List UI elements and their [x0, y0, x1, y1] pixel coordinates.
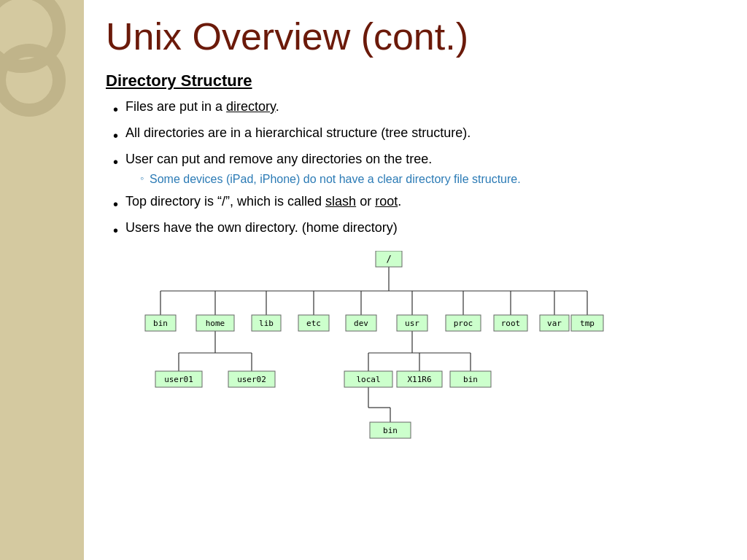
svg-text:bin: bin — [153, 319, 168, 328]
bullet-dot: • — [113, 125, 118, 146]
svg-text:root: root — [501, 319, 521, 328]
bullet-dot: • — [113, 220, 118, 241]
underline-slash: slash — [325, 194, 356, 209]
bullet-item-2: • All directories are in a hierarchical … — [113, 124, 718, 146]
svg-text:local: local — [356, 375, 380, 384]
svg-text:home: home — [206, 319, 225, 328]
svg-text:usr: usr — [405, 319, 419, 328]
sub-bullet-list: ◦ Some devices (iPad, iPhone) do not hav… — [140, 171, 718, 187]
tree-diagram: / bin home lib etc dev usr proc — [106, 251, 660, 448]
svg-text:bin: bin — [463, 375, 478, 384]
svg-text:/: / — [386, 254, 391, 264]
section-title: Directory Structure — [106, 71, 718, 90]
underline-directory: directory — [226, 99, 276, 114]
bullet-text-5: Users have the own directory. (home dire… — [125, 219, 718, 237]
svg-text:etc: etc — [306, 319, 321, 328]
svg-text:X11R6: X11R6 — [407, 375, 431, 384]
bullet-list: • Files are put in a directory. • All di… — [113, 98, 718, 241]
bullet-dot: • — [113, 99, 118, 120]
sub-bullet-dot: ◦ — [140, 171, 144, 186]
bullet-text-2: All directories are in a hierarchical st… — [125, 124, 718, 142]
bullet-item-5: • Users have the own directory. (home di… — [113, 219, 718, 241]
page-title: Unix Overview (cont.) — [106, 15, 718, 58]
bullet-text-1: Files are put in a directory. — [125, 98, 718, 116]
bullet-item-3: • User can put and remove any directorie… — [113, 150, 718, 188]
underline-root: root — [375, 194, 398, 209]
main-content: Unix Overview (cont.) Directory Structur… — [84, 0, 747, 560]
tree-svg: / bin home lib etc dev usr proc — [106, 251, 660, 448]
bullet-dot: • — [113, 194, 118, 214]
svg-text:user01: user01 — [164, 375, 193, 384]
svg-text:proc: proc — [454, 319, 473, 328]
sub-bullet-text-1: Some devices (iPad, iPhone) do not have … — [150, 171, 521, 187]
svg-text:bin: bin — [383, 426, 398, 435]
decorative-circle-2 — [0, 44, 66, 117]
bullet-item-1: • Files are put in a directory. — [113, 98, 718, 120]
svg-text:lib: lib — [259, 319, 274, 328]
svg-text:var: var — [547, 319, 562, 328]
sub-bullet-item-1: ◦ Some devices (iPad, iPhone) do not hav… — [140, 171, 718, 187]
bullet-item-4: • Top directory is “/”, which is called … — [113, 192, 718, 214]
svg-text:tmp: tmp — [580, 319, 595, 328]
svg-text:user02: user02 — [237, 375, 266, 384]
svg-text:dev: dev — [354, 319, 368, 328]
sidebar — [0, 0, 84, 560]
bullet-dot: • — [113, 152, 118, 172]
bullet-text-4: Top directory is “/”, which is called sl… — [125, 192, 718, 211]
bullet-text-3: User can put and remove any directories … — [125, 150, 718, 188]
